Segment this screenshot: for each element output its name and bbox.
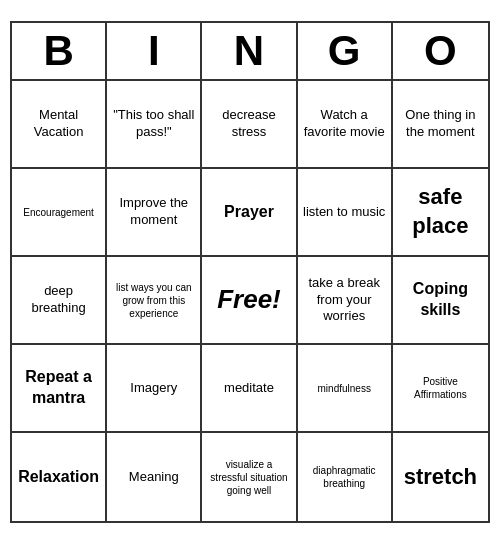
bingo-letter: O [393,23,488,79]
bingo-cell: Mental Vacation [12,81,107,169]
bingo-cell: safe place [393,169,488,257]
bingo-letter: B [12,23,107,79]
bingo-cell: Coping skills [393,257,488,345]
bingo-cell: mindfulness [298,345,393,433]
bingo-cell: One thing in the moment [393,81,488,169]
bingo-card: BINGO Mental Vacation"This too shall pas… [10,21,490,523]
bingo-letter: N [202,23,297,79]
bingo-letter: I [107,23,202,79]
bingo-cell: deep breathing [12,257,107,345]
bingo-cell: visualize a stressful situation going we… [202,433,297,521]
bingo-cell: Free! [202,257,297,345]
bingo-cell: diaphragmatic breathing [298,433,393,521]
bingo-header: BINGO [12,23,488,81]
bingo-cell: list ways you can grow from this experie… [107,257,202,345]
bingo-cell: Prayer [202,169,297,257]
bingo-cell: "This too shall pass!" [107,81,202,169]
bingo-letter: G [298,23,393,79]
bingo-cell: Repeat a mantra [12,345,107,433]
bingo-cell: Imagery [107,345,202,433]
bingo-cell: Relaxation [12,433,107,521]
bingo-cell: listen to music [298,169,393,257]
bingo-cell: take a break from your worries [298,257,393,345]
bingo-cell: Watch a favorite movie [298,81,393,169]
bingo-cell: Improve the moment [107,169,202,257]
bingo-cell: Positive Affirmations [393,345,488,433]
bingo-cell: Meaning [107,433,202,521]
bingo-cell: Encouragement [12,169,107,257]
bingo-cell: decrease stress [202,81,297,169]
bingo-cell: stretch [393,433,488,521]
bingo-grid: Mental Vacation"This too shall pass!"dec… [12,81,488,521]
bingo-cell: meditate [202,345,297,433]
